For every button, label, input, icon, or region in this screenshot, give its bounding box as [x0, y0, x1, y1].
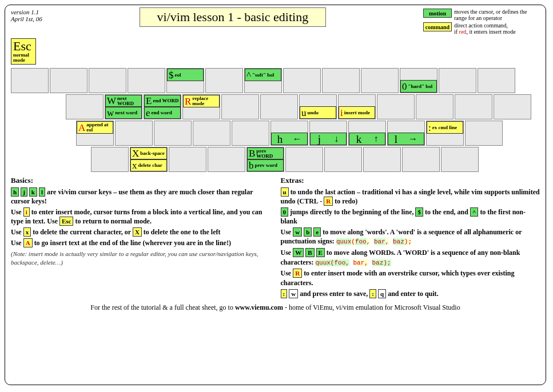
key-zero: 0"hard" bol: [400, 68, 437, 93]
basics-column: Basics: h j k l are vi/vim cursor keys –…: [11, 175, 270, 300]
key-blank: [283, 68, 321, 93]
inline-key-j: j: [21, 187, 27, 197]
version-block: version 1.1 April 1st, 06: [11, 9, 42, 22]
esc-key: Esc normal mode: [11, 38, 36, 65]
inline-key-E: E: [316, 248, 325, 257]
inline-key-i: i: [23, 207, 30, 217]
key-blank: [154, 121, 192, 146]
key-blank: [478, 68, 515, 93]
key-blank: [285, 147, 323, 172]
key-blank: [416, 94, 453, 119]
date-text: April 1st, 06: [11, 15, 42, 22]
key-h: h←: [270, 121, 308, 146]
key-blank: [465, 121, 503, 146]
key-blank: [11, 68, 49, 93]
inline-key-dollar: $: [415, 207, 423, 217]
key-blank: [324, 147, 362, 172]
key-a: Aappend at eol: [76, 121, 114, 146]
inline-key-esc: Esc: [59, 217, 74, 226]
key-blank: [128, 68, 165, 93]
key-k: k↑: [348, 121, 386, 146]
key-blank: [439, 68, 476, 93]
footer: For the rest of the tutorial & a full ch…: [11, 303, 540, 312]
key-blank: [115, 121, 153, 146]
key-blank: [441, 147, 479, 172]
key-caret: ^"soft" bol: [244, 68, 282, 93]
inline-key-W: W: [293, 248, 304, 257]
key-dollar: $eol: [166, 68, 204, 93]
arrow-left-icon: ←: [292, 134, 301, 143]
arrow-right-icon: →: [408, 134, 417, 143]
arrow-down-icon: ↓: [334, 134, 339, 143]
key-b: Bprev WORD bprev word: [246, 147, 284, 172]
inline-key-colon2: :: [369, 289, 376, 298]
inline-key-x: x: [23, 227, 31, 237]
key-blank: [193, 121, 230, 146]
inline-key-caret: ^: [470, 207, 478, 217]
inline-key-b: b: [304, 227, 312, 237]
key-r: Rreplace mode: [182, 94, 220, 119]
key-blank: [208, 147, 245, 172]
key-blank: [221, 94, 259, 119]
code-sample-WORDS: quux(foo, bar, baz);: [315, 259, 391, 266]
inline-key-w: w: [293, 227, 302, 237]
key-j: j↓: [309, 121, 347, 146]
key-blank: [169, 147, 206, 172]
inline-key-l: l: [39, 187, 45, 197]
esc-key-label: Esc: [13, 40, 34, 53]
key-blank: [50, 68, 87, 93]
key-e: Eend WORD eend word: [144, 94, 181, 119]
inline-key-u: u: [281, 187, 289, 197]
legend-command-desc: direct action command, if red, it enters…: [454, 22, 540, 35]
key-x: Xback-space xdelete char: [130, 147, 168, 172]
cheatsheet-frame: version 1.1 April 1st, 06 vi/vim lesson …: [5, 5, 546, 385]
key-blank: [322, 68, 360, 93]
basics-note: (Note: insert mode is actually very simi…: [11, 250, 270, 267]
inline-key-e: e: [313, 227, 321, 237]
inline-key-colon: :: [281, 289, 288, 298]
key-blank: [363, 147, 401, 172]
key-blank: [91, 147, 129, 172]
inline-key-X: X: [133, 227, 142, 237]
key-i: iinsert mode: [338, 94, 376, 119]
extras-header: Extras:: [281, 176, 304, 185]
key-blank: [260, 94, 298, 119]
legend-motion-desc: moves the cursor, or defines the range f…: [454, 9, 540, 21]
key-blank: [361, 68, 399, 93]
inline-key-h: h: [11, 187, 19, 197]
key-blank: [494, 94, 531, 119]
version-text: version 1.1: [11, 9, 42, 15]
inline-key-0: 0: [281, 207, 289, 217]
key-blank: [377, 94, 415, 119]
key-blank: [66, 94, 104, 119]
key-w: Wnext WORD wnext word: [105, 94, 142, 119]
key-u: uundo: [299, 94, 337, 119]
inline-key-k: k: [29, 187, 37, 197]
arrow-up-icon: ↑: [373, 134, 378, 143]
inline-key-w2: w: [289, 289, 298, 298]
key-colon: :ex cmd line: [426, 121, 464, 146]
extras-column: Extras: u to undo the last action – trad…: [281, 175, 540, 300]
key-l: l→: [387, 121, 425, 146]
basics-header: Basics:: [11, 176, 33, 185]
inline-key-A: A: [23, 238, 33, 247]
key-blank: [455, 94, 492, 119]
inline-key-q: q: [378, 289, 386, 298]
inline-key-B: B: [305, 248, 314, 257]
key-blank: [205, 68, 243, 93]
inline-key-R: R: [324, 197, 333, 206]
code-sample-words: quux(foo, bar, baz);: [336, 238, 412, 245]
legend: motion moves the cursor, or defines the …: [423, 9, 540, 36]
key-blank: [89, 68, 126, 93]
keyboard: $eol ^"soft" bol 0"hard" bol Wnext WORD: [11, 68, 540, 172]
legend-command-box: command: [423, 22, 452, 31]
key-blank: [232, 121, 269, 146]
inline-key-R2: R: [293, 269, 302, 278]
page-title: vi/vim lesson 1 - basic editing: [140, 7, 327, 27]
key-blank: [402, 147, 440, 172]
legend-motion-box: motion: [423, 9, 452, 18]
